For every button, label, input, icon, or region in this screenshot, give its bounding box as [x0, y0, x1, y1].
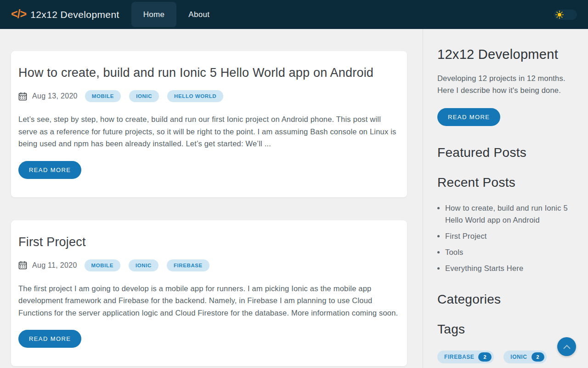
post-tag-list: MOBILE IONIC HELLO WORLD	[85, 90, 223, 102]
calendar-icon	[18, 261, 27, 270]
post-meta: Aug 13, 2020 MOBILE IONIC HELLO WORLD	[18, 90, 400, 102]
main-column: How to create, build and run Ionic 5 Hel…	[0, 29, 423, 368]
sidebar: 12x12 Development Developing 12 projects…	[423, 29, 588, 368]
tag-pill[interactable]: MOBILE	[85, 259, 120, 271]
tag-pill[interactable]: IONIC	[129, 90, 159, 102]
navbar: </> 12x12 Development Home About	[0, 0, 588, 29]
post-date-label: Aug 13, 2020	[32, 92, 78, 100]
tag-label: IONIC	[510, 354, 527, 360]
sidebar-read-more-button[interactable]: READ MORE	[437, 108, 500, 126]
code-logo-icon: </>	[11, 8, 26, 20]
post-excerpt: Let’s see, step by step, how to create, …	[18, 113, 400, 150]
chevron-up-icon	[562, 344, 571, 350]
tag-count-badge: 2	[478, 352, 492, 362]
brand[interactable]: </> 12x12 Development	[11, 9, 119, 20]
tag-count-badge: 2	[531, 352, 545, 362]
post-date-label: Aug 11, 2020	[32, 261, 77, 270]
post-card: First Project Aug 11, 2020	[11, 220, 407, 367]
post-date: Aug 13, 2020	[18, 92, 78, 101]
recent-post-link[interactable]: First Project	[445, 230, 577, 242]
tag-pill[interactable]: FIREBASE	[167, 259, 209, 271]
nav-item-about[interactable]: About	[176, 2, 221, 27]
post-meta: Aug 11, 2020 MOBILE IONIC FIREBASE	[18, 259, 400, 271]
tags-heading: Tags	[437, 322, 577, 337]
featured-posts-heading: Featured Posts	[437, 145, 577, 160]
post-title[interactable]: How to create, build and run Ionic 5 Hel…	[18, 65, 400, 81]
categories-heading: Categories	[437, 292, 577, 307]
post-date: Aug 11, 2020	[18, 261, 77, 270]
tag-firebase[interactable]: FIREBASE 2	[437, 351, 494, 363]
scroll-to-top-button[interactable]	[557, 337, 576, 356]
post-card: How to create, build and run Ionic 5 Hel…	[11, 51, 407, 197]
post-title[interactable]: First Project	[18, 234, 400, 250]
tag-cloud: FIREBASE 2 IONIC 2 MOBILE 2 HELLO WORLD …	[437, 351, 577, 368]
brand-title: 12x12 Development	[30, 9, 119, 20]
tag-pill[interactable]: HELLO WORLD	[167, 90, 223, 102]
recent-posts-heading: Recent Posts	[437, 175, 577, 190]
tag-pill[interactable]: MOBILE	[85, 90, 121, 102]
post-tag-list: MOBILE IONIC FIREBASE	[85, 259, 209, 271]
calendar-icon	[18, 92, 27, 101]
theme-toggle[interactable]	[554, 10, 577, 20]
tag-label: FIREBASE	[444, 354, 474, 360]
recent-post-link[interactable]: Tools	[445, 246, 577, 258]
tag-ionic[interactable]: IONIC 2	[503, 351, 547, 363]
recent-posts-list: How to create, build and run Ionic 5 Hel…	[437, 202, 577, 274]
page-body: How to create, build and run Ionic 5 Hel…	[0, 29, 588, 368]
sidebar-description: Developing 12 projects in 12 months. Her…	[437, 72, 577, 96]
sidebar-title: 12x12 Development	[437, 47, 577, 62]
post-excerpt: The first project I am going to develop …	[18, 282, 400, 319]
tag-pill[interactable]: IONIC	[129, 259, 158, 271]
read-more-button[interactable]: READ MORE	[18, 161, 81, 179]
sun-icon	[555, 11, 564, 19]
read-more-button[interactable]: READ MORE	[18, 330, 81, 348]
recent-post-link[interactable]: How to create, build and run Ionic 5 Hel…	[445, 202, 577, 226]
nav-links: Home About	[131, 0, 222, 29]
recent-post-link[interactable]: Everything Starts Here	[445, 262, 577, 274]
nav-item-home[interactable]: Home	[131, 2, 177, 27]
